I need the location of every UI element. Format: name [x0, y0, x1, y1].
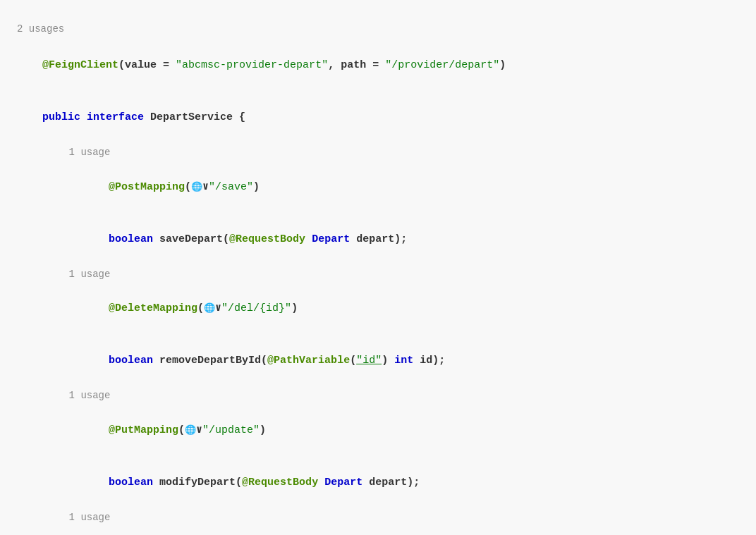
- depart-type-3: Depart: [324, 476, 362, 488]
- globe-icon-1: 🌐: [191, 180, 202, 195]
- paren-close: ): [253, 181, 260, 193]
- del-path: "/del/{id}": [221, 302, 291, 314]
- public-keyword: public: [42, 111, 80, 123]
- delete-mapping-annotation: @DeleteMapping: [83, 302, 197, 314]
- post-mapping-line: @PostMapping(🌐∨"/save"): [45, 161, 739, 214]
- feign-annotation: @FeignClient: [42, 59, 118, 71]
- paren-close: ): [260, 424, 266, 436]
- comma: ,: [328, 59, 341, 71]
- method-3-block: 1 usage @PutMapping(🌐∨"/update") boolean…: [17, 387, 739, 508]
- id-param-2: id);: [413, 355, 445, 367]
- param-name-3: depart);: [362, 476, 420, 488]
- paren: (: [223, 233, 229, 245]
- boolean-keyword-1: boolean: [83, 233, 153, 245]
- interface-keyword: interface: [87, 111, 144, 123]
- space: [153, 355, 159, 367]
- paren-open: (: [118, 59, 125, 71]
- usage-4-label: 1 usage: [45, 509, 739, 526]
- value-key: value: [125, 59, 157, 71]
- int-keyword-2: int: [394, 355, 413, 367]
- save-path: "/save": [209, 181, 253, 193]
- globe-icon-3: 🌐: [185, 424, 196, 438]
- paren-open: (: [197, 302, 204, 314]
- paren: (: [261, 355, 267, 367]
- path-string: "/provider/depart": [385, 59, 499, 71]
- modify-depart-method-line: boolean modifyDepart(@RequestBody Depart…: [45, 457, 739, 509]
- save-depart-name: saveDepart: [159, 233, 223, 245]
- paren-close: ): [499, 59, 506, 71]
- feign-client-annotation-line: @FeignClient(value = "abcmsc-provider-de…: [17, 39, 739, 92]
- space2: [305, 233, 312, 245]
- remove-depart-name: removeDepartById: [159, 355, 261, 367]
- request-body-3: @RequestBody: [242, 476, 318, 488]
- chevron-1: ∨: [202, 181, 209, 193]
- get-mapping-line-1: @GetMapping(🌐∨"/get/{id}"): [45, 526, 739, 535]
- method-2-block: 1 usage @DeleteMapping(🌐∨"/del/{id}") bo…: [17, 266, 739, 387]
- remove-depart-method-line: boolean removeDepartById(@PathVariable("…: [45, 335, 739, 387]
- paren: (: [236, 476, 242, 488]
- id-string-2: "id": [356, 355, 382, 367]
- paren-3: ): [382, 355, 394, 367]
- code-block: 2 usages @FeignClient(value = "abcmsc-pr…: [17, 14, 739, 535]
- globe-icon-2: 🌐: [204, 302, 215, 316]
- modify-depart-name: modifyDepart: [159, 476, 236, 488]
- save-depart-method-line: boolean saveDepart(@RequestBody Depart d…: [45, 214, 739, 266]
- eq2: =: [366, 59, 385, 71]
- paren-2: (: [350, 355, 356, 367]
- space: [153, 476, 159, 488]
- chevron-3: ∨: [196, 424, 202, 436]
- space: [153, 233, 159, 245]
- boolean-keyword-2: boolean: [83, 355, 153, 367]
- request-body-1: @RequestBody: [229, 233, 305, 245]
- space1: [80, 111, 87, 123]
- path-key: path: [341, 59, 366, 71]
- post-mapping-annotation: @PostMapping: [83, 181, 185, 193]
- param-name-1: depart);: [350, 233, 407, 245]
- usage-2-label: 1 usage: [45, 266, 739, 283]
- put-mapping-annotation: @PutMapping: [83, 424, 178, 436]
- path-variable-2: @PathVariable: [267, 355, 350, 367]
- method-1-block: 1 usage @PostMapping(🌐∨"/save") boolean …: [17, 144, 739, 265]
- paren-open: (: [178, 424, 185, 436]
- space2: [144, 111, 150, 123]
- class-name: DepartService: [150, 111, 233, 123]
- usage-3-label: 1 usage: [45, 387, 739, 404]
- value-string: "abcmsc-provider-depart": [176, 59, 328, 71]
- method-4-block: 1 usage @GetMapping(🌐∨"/get/{id}") Depar…: [17, 509, 739, 535]
- chevron-2: ∨: [215, 302, 221, 314]
- put-mapping-line: @PutMapping(🌐∨"/update"): [45, 405, 739, 457]
- eq1: =: [157, 59, 176, 71]
- top-usages-label: 2 usages: [17, 21, 739, 37]
- paren-open: (: [185, 181, 191, 193]
- update-path: "/update": [202, 424, 260, 436]
- delete-mapping-line: @DeleteMapping(🌐∨"/del/{id}"): [45, 283, 739, 335]
- space2: [318, 476, 324, 488]
- depart-type-1: Depart: [312, 233, 350, 245]
- open-brace: {: [233, 111, 245, 123]
- interface-declaration-line: public interface DepartService {: [17, 92, 739, 144]
- boolean-keyword-3: boolean: [83, 476, 153, 488]
- usage-1-label: 1 usage: [45, 144, 739, 161]
- paren-close: ): [291, 302, 298, 314]
